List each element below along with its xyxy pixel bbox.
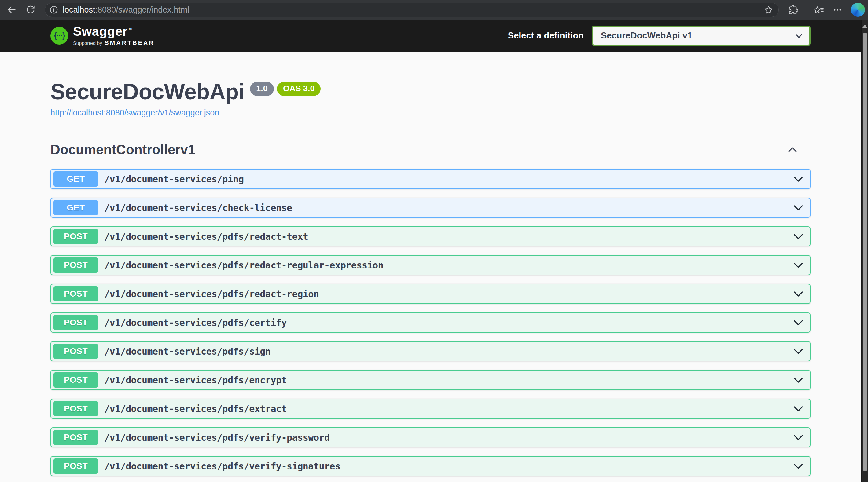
method-badge: POST <box>54 430 98 445</box>
page-viewport: {···} Swagger™ Supported bySMARTBEAR Sel… <box>0 20 861 482</box>
chevron-down-icon <box>794 176 803 182</box>
tag-section-header[interactable]: DocumentControllerv1 <box>51 142 810 165</box>
scrollbar-up-button[interactable] <box>862 20 868 32</box>
definition-select-value: SecureDocWebApi v1 <box>601 31 692 41</box>
chevron-down-icon <box>794 205 803 211</box>
refresh-button[interactable] <box>23 2 38 17</box>
extensions-puzzle-icon <box>788 5 798 15</box>
swagger-logo-icon: {···} <box>51 27 68 44</box>
chevron-down-icon <box>794 320 803 326</box>
endpoint-row[interactable]: POST /v1/document-services/pdfs/verify-s… <box>51 456 810 476</box>
endpoint-path: /v1/document-services/ping <box>104 174 244 185</box>
ellipsis-icon <box>833 5 842 15</box>
swagger-logo: {···} Swagger™ Supported bySMARTBEAR <box>51 25 155 46</box>
endpoint-path: /v1/document-services/pdfs/encrypt <box>104 375 287 385</box>
swagger-wordmark: Swagger™ <box>73 25 155 38</box>
method-badge: POST <box>54 315 98 330</box>
api-info: SecureDocWebApi1.0OAS 3.0 http://localho… <box>51 52 810 118</box>
api-title-text: SecureDocWebApi <box>51 79 245 104</box>
favorites-button[interactable] <box>811 2 826 17</box>
oas-badge: OAS 3.0 <box>277 82 321 96</box>
endpoint-list: GET /v1/document-services/ping GET /v1/d… <box>51 169 810 476</box>
expand-row-control[interactable] <box>794 349 803 354</box>
chevron-down-icon <box>794 234 803 239</box>
method-badge: POST <box>54 229 98 244</box>
expand-row-control[interactable] <box>794 205 803 211</box>
smartbear-brand: SMARTBEAR <box>104 39 155 46</box>
bookmark-star-icon[interactable] <box>764 5 774 15</box>
trademark-symbol: ™ <box>128 27 133 32</box>
endpoint-path: /v1/document-services/pdfs/extract <box>104 404 287 414</box>
scrollbar-up-arrow-icon <box>863 25 867 28</box>
toolbar-divider <box>806 5 806 14</box>
address-bar[interactable]: localhost:8080/swagger/index.html <box>44 3 779 17</box>
copilot-button[interactable] <box>849 2 864 17</box>
expand-row-control[interactable] <box>794 291 803 297</box>
expand-row-control[interactable] <box>794 435 803 441</box>
expand-row-control[interactable] <box>794 463 803 469</box>
scrollbar-track[interactable] <box>861 20 868 482</box>
page-title: SecureDocWebApi1.0OAS 3.0 <box>51 80 810 104</box>
endpoint-path: /v1/document-services/pdfs/sign <box>104 346 271 357</box>
smartbear-tagline: Supported bySMARTBEAR <box>73 39 155 46</box>
chevron-down-icon <box>794 262 803 268</box>
endpoint-row[interactable]: POST /v1/document-services/pdfs/verify-p… <box>51 427 810 448</box>
more-menu-button[interactable] <box>830 2 845 17</box>
browser-window: localhost:8080/swagger/index.html {···} … <box>0 0 868 482</box>
spec-json-link[interactable]: http://localhost:8080/swagger/v1/swagger… <box>51 108 219 118</box>
endpoint-path: /v1/document-services/pdfs/redact-regula… <box>104 260 383 270</box>
copilot-icon <box>851 3 865 17</box>
back-button[interactable] <box>4 2 19 17</box>
method-badge: POST <box>54 286 98 301</box>
swagger-page: SecureDocWebApi1.0OAS 3.0 http://localho… <box>0 52 861 476</box>
browser-toolbar: localhost:8080/swagger/index.html <box>0 0 868 20</box>
method-badge: GET <box>54 171 98 187</box>
url-text: localhost:8080/swagger/index.html <box>63 5 764 15</box>
endpoint-row[interactable]: POST /v1/document-services/pdfs/certify <box>51 313 810 333</box>
endpoint-row[interactable]: GET /v1/document-services/check-license <box>51 198 810 218</box>
version-badge: 1.0 <box>250 82 274 96</box>
method-badge: GET <box>54 200 98 215</box>
expand-row-control[interactable] <box>794 176 803 182</box>
chevron-down-icon <box>794 377 803 383</box>
method-badge: POST <box>54 401 98 416</box>
expand-row-control[interactable] <box>794 234 803 239</box>
endpoint-path: /v1/document-services/pdfs/verify-passwo… <box>104 432 330 443</box>
chevron-down-icon <box>794 349 803 354</box>
chevron-down-icon <box>794 406 803 412</box>
site-info-icon[interactable] <box>49 5 58 14</box>
endpoint-row[interactable]: POST /v1/document-services/pdfs/extract <box>51 398 810 419</box>
endpoint-path: /v1/document-services/pdfs/redact-text <box>104 231 308 242</box>
method-badge: POST <box>54 458 98 474</box>
endpoint-row[interactable]: POST /v1/document-services/pdfs/redact-r… <box>51 284 810 304</box>
endpoint-path: /v1/document-services/check-license <box>104 202 292 213</box>
endpoint-row[interactable]: POST /v1/document-services/pdfs/redact-t… <box>51 226 810 247</box>
expand-row-control[interactable] <box>794 320 803 326</box>
favorites-star-list-icon <box>813 5 824 15</box>
chevron-down-icon <box>794 463 803 469</box>
select-chevron-down-icon <box>795 34 803 38</box>
endpoint-row[interactable]: POST /v1/document-services/pdfs/encrypt <box>51 370 810 390</box>
select-definition-label: Select a definition <box>508 31 584 41</box>
method-badge: POST <box>54 372 98 388</box>
expand-row-control[interactable] <box>794 406 803 412</box>
scrollbar-thumb[interactable] <box>863 33 867 471</box>
chevron-down-icon <box>794 435 803 441</box>
endpoint-path: /v1/document-services/pdfs/certify <box>104 317 287 328</box>
method-badge: POST <box>54 257 98 273</box>
back-icon <box>6 5 17 15</box>
expand-row-control[interactable] <box>794 377 803 383</box>
collapse-section-button[interactable] <box>788 147 797 153</box>
endpoint-row[interactable]: GET /v1/document-services/ping <box>51 169 810 189</box>
endpoint-row[interactable]: POST /v1/document-services/pdfs/sign <box>51 341 810 361</box>
url-path: :8080/swagger/index.html <box>95 5 189 14</box>
method-badge: POST <box>54 344 98 359</box>
endpoint-row[interactable]: POST /v1/document-services/pdfs/redact-r… <box>51 255 810 275</box>
url-host: localhost <box>63 5 95 14</box>
expand-row-control[interactable] <box>794 262 803 268</box>
endpoint-path: /v1/document-services/pdfs/redact-region <box>104 289 319 299</box>
chevron-up-icon <box>788 147 797 153</box>
refresh-icon <box>26 5 35 15</box>
definition-select[interactable]: SecureDocWebApi v1 <box>592 26 810 46</box>
extensions-button[interactable] <box>786 2 801 17</box>
